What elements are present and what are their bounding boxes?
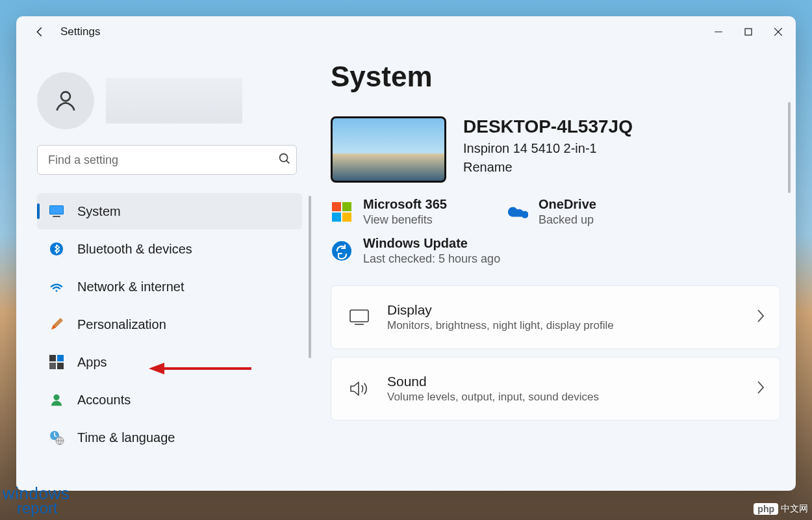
nav-item-apps[interactable]: Apps	[37, 344, 302, 380]
status-row-2: Windows Update Last checked: 5 hours ago	[331, 236, 780, 266]
watermark-right: php 中文网	[754, 503, 808, 515]
profile-block[interactable]	[37, 53, 302, 145]
nav-item-personalization[interactable]: Personalization	[37, 306, 302, 343]
nav-item-accounts[interactable]: Accounts	[37, 382, 302, 418]
search-wrap	[37, 145, 302, 175]
status-title: OneDrive	[539, 197, 596, 212]
settings-cards: Display Monitors, brightness, night ligh…	[331, 285, 780, 421]
minimize-icon	[715, 28, 722, 36]
card-sub: Volume levels, output, input, sound devi…	[387, 391, 756, 404]
svg-rect-11	[49, 355, 56, 361]
main-content: System DESKTOP-4L537JQ Inspiron 14 5410 …	[315, 47, 796, 491]
status-windows-update[interactable]: Windows Update Last checked: 5 hours ago	[331, 236, 500, 266]
nav-label: Apps	[77, 355, 107, 370]
app-title: Settings	[60, 25, 100, 38]
device-preview[interactable]	[331, 116, 446, 183]
svg-rect-1	[745, 29, 752, 35]
sound-icon	[346, 380, 373, 397]
onedrive-icon	[506, 201, 528, 223]
status-onedrive[interactable]: OneDrive Backed up	[506, 197, 655, 227]
system-icon	[49, 203, 64, 219]
chevron-right-icon	[756, 380, 765, 397]
main-scrollbar[interactable]	[788, 102, 791, 193]
accounts-icon	[49, 392, 64, 408]
bluetooth-icon	[49, 241, 64, 257]
avatar	[37, 72, 94, 129]
clock-globe-icon	[49, 430, 64, 445]
close-icon	[774, 28, 782, 36]
maximize-button[interactable]	[733, 19, 763, 45]
status-title: Microsoft 365	[363, 197, 447, 212]
nav: System Bluetooth & devices Network & int…	[37, 193, 302, 456]
rename-link[interactable]: Rename	[463, 160, 513, 175]
titlebar: Settings	[16, 16, 796, 47]
svg-point-15	[53, 395, 59, 400]
search-input[interactable]	[37, 145, 297, 175]
svg-rect-23	[342, 213, 351, 222]
window-body: System Bluetooth & devices Network & int…	[16, 47, 796, 491]
nav-item-time-language[interactable]: Time & language	[37, 419, 302, 456]
status-sub: View benefits	[363, 213, 447, 227]
nav-scrollbar[interactable]	[309, 196, 311, 358]
paintbrush-icon	[49, 317, 64, 332]
device-info: DESKTOP-4L537JQ Inspiron 14 5410 2-in-1 …	[463, 116, 633, 175]
device-row: DESKTOP-4L537JQ Inspiron 14 5410 2-in-1 …	[331, 116, 780, 183]
nav-label: Time & language	[77, 430, 175, 445]
page-title: System	[331, 60, 780, 93]
svg-line-6	[286, 161, 290, 164]
device-model: Inspiron 14 5410 2-in-1	[463, 141, 633, 156]
nav-label: Bluetooth & devices	[77, 242, 192, 257]
svg-rect-12	[57, 355, 64, 361]
svg-rect-8	[50, 206, 63, 214]
card-title: Sound	[387, 374, 756, 389]
windows-update-icon	[331, 240, 353, 262]
maximize-icon	[744, 28, 752, 36]
nav-label: System	[77, 204, 121, 219]
display-icon	[346, 309, 373, 325]
close-button[interactable]	[763, 19, 793, 45]
nav-label: Accounts	[77, 393, 131, 408]
status-row: Microsoft 365 View benefits OneDrive Bac…	[331, 197, 780, 227]
nav-item-network[interactable]: Network & internet	[37, 268, 302, 305]
status-m365[interactable]: Microsoft 365 View benefits	[331, 197, 480, 227]
card-sound[interactable]: Sound Volume levels, output, input, soun…	[331, 357, 780, 421]
nav-item-bluetooth[interactable]: Bluetooth & devices	[37, 231, 302, 267]
svg-rect-20	[332, 202, 341, 211]
svg-rect-25	[350, 310, 368, 322]
back-arrow-icon	[32, 25, 47, 39]
svg-rect-22	[332, 213, 341, 222]
svg-point-24	[332, 241, 351, 261]
chevron-right-icon	[756, 309, 765, 326]
apps-icon	[49, 354, 64, 370]
search-icon	[277, 151, 292, 168]
card-sub: Monitors, brightness, night light, displ…	[387, 319, 756, 332]
status-title: Windows Update	[363, 236, 500, 251]
svg-rect-14	[57, 363, 64, 369]
nav-label: Network & internet	[77, 280, 184, 294]
user-name-redacted	[106, 78, 242, 124]
svg-point-4	[61, 92, 70, 101]
card-display[interactable]: Display Monitors, brightness, night ligh…	[331, 285, 780, 349]
svg-rect-9	[53, 216, 60, 217]
nav-item-system[interactable]: System	[37, 193, 302, 229]
status-sub: Last checked: 5 hours ago	[363, 252, 500, 266]
avatar-icon	[53, 88, 79, 114]
status-sub: Backed up	[539, 213, 596, 227]
svg-rect-13	[49, 363, 56, 369]
device-name: DESKTOP-4L537JQ	[463, 116, 633, 137]
wifi-icon	[49, 279, 64, 294]
nav-label: Personalization	[77, 317, 166, 332]
microsoft-logo-icon	[331, 201, 353, 223]
settings-window: Settings	[16, 16, 796, 491]
back-button[interactable]	[27, 19, 53, 45]
card-title: Display	[387, 302, 756, 318]
minimize-button[interactable]	[704, 19, 733, 45]
sidebar: System Bluetooth & devices Network & int…	[16, 47, 315, 491]
window-controls	[704, 19, 793, 45]
svg-rect-21	[342, 202, 351, 211]
watermark-left: windows report	[3, 486, 70, 516]
